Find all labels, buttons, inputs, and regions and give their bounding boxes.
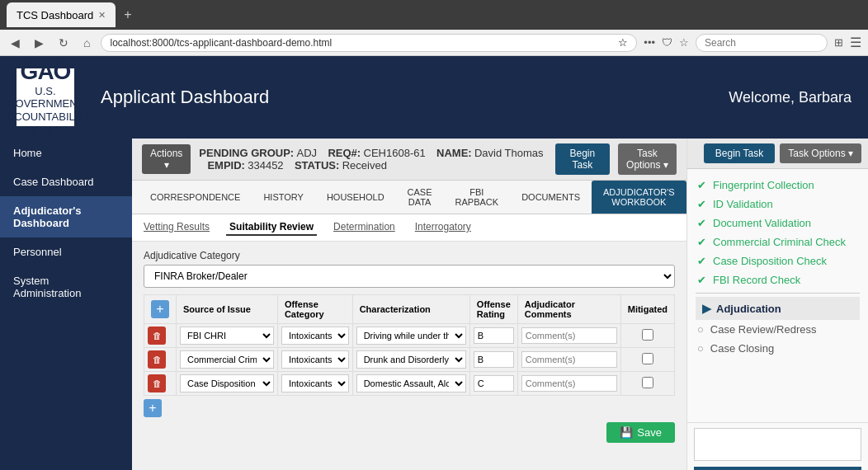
sub-tab-interrogatory[interactable]: Interrogatory bbox=[412, 219, 474, 236]
characterization-select-0[interactable]: Driving while under the influence bbox=[356, 327, 466, 345]
tab-history[interactable]: History bbox=[252, 181, 315, 214]
task-options-button[interactable]: Task Options ▾ bbox=[618, 143, 677, 175]
source-select-2[interactable]: Case Disposition Results bbox=[180, 374, 274, 392]
panel-begin-task-button[interactable]: Begin Task bbox=[704, 143, 775, 163]
delete-row-0-button[interactable]: 🗑 bbox=[148, 327, 166, 345]
bookmark-icon: ☆ bbox=[618, 36, 628, 49]
save-button[interactable]: 💾 Save bbox=[606, 422, 675, 443]
name-value: David Thomas bbox=[474, 147, 544, 159]
comment-textarea[interactable] bbox=[694, 428, 861, 461]
sidebar-item-home[interactable]: Home bbox=[0, 139, 132, 167]
refresh-button[interactable]: ↻ bbox=[54, 35, 73, 51]
status-value: Received bbox=[342, 159, 387, 172]
add-row-button-top[interactable]: + bbox=[151, 300, 169, 318]
table-row: 🗑Case Disposition ResultsIntoxicantsDome… bbox=[144, 372, 675, 396]
sidebar-item-system-administration[interactable]: System Administration bbox=[0, 266, 132, 308]
checklist-item-id-validation[interactable]: ✔ ID Validation bbox=[696, 195, 860, 214]
tab-household[interactable]: Household bbox=[315, 181, 396, 214]
sub-tab-determination[interactable]: Determination bbox=[330, 219, 399, 236]
tab-case-data[interactable]: Case Data bbox=[396, 181, 444, 214]
tab-correspondence[interactable]: Correspondence bbox=[139, 181, 252, 214]
right-panel: Begin Task Task Options ▾ ✔ Fingerprint … bbox=[686, 139, 868, 470]
checklist-item-fingerprint[interactable]: ✔ Fingerprint Collection bbox=[696, 176, 860, 195]
add-col-header: + bbox=[144, 295, 177, 324]
offense-cat-header: Offense Category bbox=[277, 295, 352, 324]
mitigated-checkbox-0[interactable] bbox=[642, 329, 653, 341]
main-tabs: Correspondence History Household Case Da… bbox=[132, 181, 686, 214]
panel-task-options-button[interactable]: Task Options ▾ bbox=[780, 143, 861, 163]
arrow-right-icon: ▶ bbox=[702, 302, 711, 315]
pending-group-value: ADJ bbox=[297, 147, 318, 159]
offense-category-select-0[interactable]: Intoxicants bbox=[281, 327, 349, 345]
offense-rating-input-2[interactable] bbox=[474, 375, 514, 392]
offense-rating-header: Offense Rating bbox=[469, 295, 517, 324]
offense-category-select-1[interactable]: Intoxicants bbox=[281, 350, 349, 369]
req-label: REQ#: bbox=[328, 147, 361, 159]
delete-row-2-button[interactable]: 🗑 bbox=[148, 374, 166, 392]
checklist-item-commercial-criminal[interactable]: ✔ Commercial Criminal Check bbox=[696, 233, 860, 251]
new-tab-button[interactable]: + bbox=[124, 7, 131, 22]
delete-row-1-button[interactable]: 🗑 bbox=[148, 350, 166, 369]
checklist-label-id-validation: ID Validation bbox=[713, 198, 773, 210]
sub-tab-suitability-review[interactable]: Suitability Review bbox=[226, 219, 317, 236]
forward-button[interactable]: ▶ bbox=[31, 35, 48, 51]
sub-tab-vetting-results[interactable]: Vetting Results bbox=[140, 219, 213, 236]
category-select[interactable]: FINRA Broker/Dealer bbox=[144, 265, 675, 288]
tab-adjudicators-workbook[interactable]: Adjudicator's Workbook bbox=[592, 181, 686, 214]
sidebar-item-adjudicators-dashboard[interactable]: Adjudicator's Dashboard bbox=[0, 196, 132, 237]
logo-subtitle: U.S. GOVERNMENTACCOUNTABILITY OFFICE bbox=[0, 85, 92, 136]
mitigated-checkbox-2[interactable] bbox=[642, 377, 653, 388]
browser-menu-icon[interactable]: ☰ bbox=[850, 35, 861, 50]
offense-category-select-2[interactable]: Intoxicants bbox=[281, 374, 349, 392]
begin-task-button[interactable]: Begin Task bbox=[555, 143, 610, 175]
checklist-item-doc-validation[interactable]: ✔ Document Validation bbox=[696, 214, 860, 233]
search-input[interactable] bbox=[696, 34, 828, 52]
add-comment-button[interactable]: Add Comment bbox=[694, 467, 861, 470]
adjudicator-comments-input-1[interactable] bbox=[521, 351, 617, 368]
app-title: Applicant Dashboard bbox=[101, 87, 269, 108]
actions-button[interactable]: Actions ▾ bbox=[142, 144, 191, 174]
logo-gao-text: GAO bbox=[21, 59, 71, 85]
adjudication-section[interactable]: ▶ Adjudication bbox=[696, 297, 860, 320]
save-icon: 💾 bbox=[620, 426, 633, 439]
extensions-icon[interactable]: ⊞ bbox=[834, 36, 843, 49]
empid-value: 334452 bbox=[248, 159, 283, 172]
tab-fbi-rapback[interactable]: FBI Rapback bbox=[444, 181, 511, 214]
address-bar[interactable]: localhost:8000/tcs-applicant-dashboard-d… bbox=[101, 34, 637, 52]
browser-tab[interactable]: TCS Dashboard ✕ bbox=[7, 2, 116, 27]
characterization-select-2[interactable]: Domestic Assault, Alcohol Charge bbox=[356, 374, 466, 392]
split-content: Actions ▾ PENDING GROUP: ADJ REQ#: CEH16… bbox=[132, 139, 868, 470]
checklist-item-case-closing[interactable]: ○ Case Closing bbox=[696, 339, 860, 358]
home-button[interactable]: ⌂ bbox=[79, 35, 94, 51]
checkmark-icon-id-validation: ✔ bbox=[697, 198, 706, 210]
offense-rating-input-0[interactable] bbox=[474, 327, 514, 344]
source-select-0[interactable]: FBI CHRI bbox=[180, 327, 274, 345]
status-label: STATUS: bbox=[295, 159, 339, 172]
checklist-label-case-closing: Case Closing bbox=[710, 342, 774, 355]
mitigated-checkbox-1[interactable] bbox=[642, 353, 653, 364]
checkmark-icon-commercial: ✔ bbox=[697, 236, 706, 248]
checkmark-icon-fbi-record: ✔ bbox=[697, 274, 706, 286]
checklist-item-fbi-record[interactable]: ✔ FBI Record Check bbox=[696, 270, 860, 289]
tab-documents[interactable]: Documents bbox=[510, 181, 592, 214]
tab-close-button[interactable]: ✕ bbox=[98, 10, 106, 21]
add-row-button-bottom[interactable]: + bbox=[144, 399, 162, 417]
mitigated-header: Mitigated bbox=[620, 295, 674, 324]
adjudicator-comments-input-0[interactable] bbox=[521, 327, 617, 344]
characterization-select-1[interactable]: Drunk and Disorderly bbox=[356, 350, 466, 369]
source-select-1[interactable]: Commercial Criminal Resu bbox=[180, 350, 274, 369]
pending-group-info: PENDING GROUP: ADJ REQ#: CEH1608-61 NAME… bbox=[199, 147, 546, 172]
adjudicator-comments-header: Adjudicator Comments bbox=[517, 295, 620, 324]
sidebar-item-personnel[interactable]: Personnel bbox=[0, 237, 132, 266]
browser-tab-bar: TCS Dashboard ✕ + bbox=[0, 0, 868, 30]
menu-dots[interactable]: ••• bbox=[644, 36, 655, 49]
checklist-item-case-disposition[interactable]: ✔ Case Disposition Check bbox=[696, 251, 860, 270]
adjudicator-comments-input-2[interactable] bbox=[521, 375, 617, 392]
checklist-item-case-review[interactable]: ○ Case Review/Redress bbox=[696, 320, 860, 339]
checklist: ✔ Fingerprint Collection ✔ ID Validation… bbox=[687, 169, 868, 422]
back-button[interactable]: ◀ bbox=[7, 35, 24, 51]
offense-rating-input-1[interactable] bbox=[474, 351, 514, 368]
sidebar: Home Case Dashboard Adjudicator's Dashbo… bbox=[0, 139, 132, 470]
toolbar: Actions ▾ PENDING GROUP: ADJ REQ#: CEH16… bbox=[132, 139, 686, 181]
sidebar-item-case-dashboard[interactable]: Case Dashboard bbox=[0, 167, 132, 196]
